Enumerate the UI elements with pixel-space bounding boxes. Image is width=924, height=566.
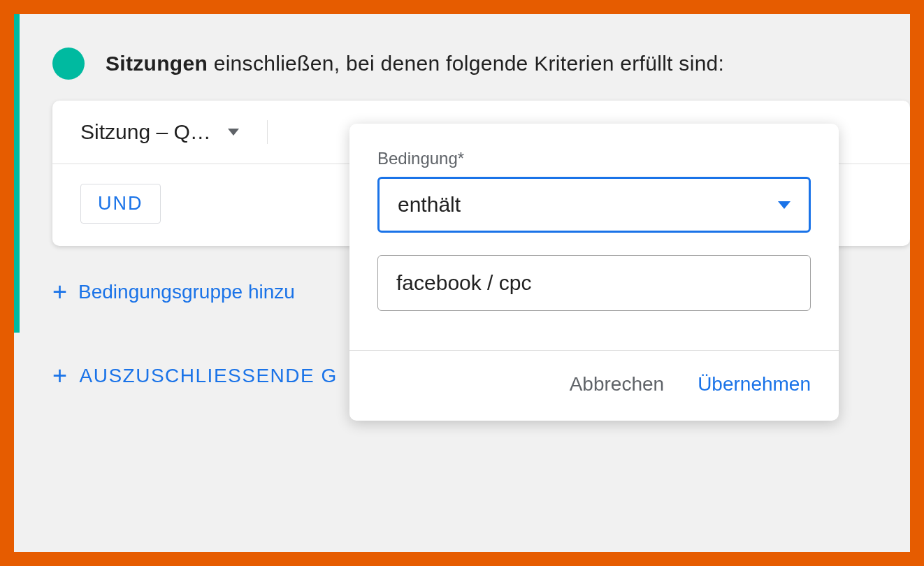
popover-footer: Abbrechen Übernehmen [349, 350, 839, 421]
and-button-label: UND [98, 193, 143, 214]
header-rest: einschließen, bei denen folgende Kriteri… [208, 52, 724, 75]
header-bold: Sitzungen [106, 52, 208, 75]
dimension-label: Sitzung – Q… [80, 120, 211, 144]
segment-header: Sitzungen einschließen, bei denen folgen… [14, 14, 910, 101]
add-condition-group-label: Bedingungsgruppe hinzu [78, 281, 295, 303]
scope-indicator-icon [52, 48, 85, 80]
plus-icon: + [52, 363, 68, 389]
condition-field-label: Bedingung* [377, 149, 811, 168]
condition-operator-value: enthält [398, 193, 461, 217]
condition-operator-dropdown[interactable]: enthält [377, 177, 811, 233]
cancel-button[interactable]: Abbrechen [570, 373, 664, 396]
condition-popover: Bedingung* enthält Abbrechen Übernehmen [349, 124, 839, 421]
apply-button-label: Übernehmen [698, 373, 811, 395]
apply-button[interactable]: Übernehmen [698, 373, 811, 396]
dimension-dropdown[interactable]: Sitzung – Q… [80, 120, 268, 144]
condition-value-input[interactable] [377, 255, 811, 311]
popover-body: Bedingung* enthält [349, 124, 839, 350]
chevron-down-icon [778, 201, 791, 209]
segment-builder-panel: Sitzungen einschließen, bei denen folgen… [14, 14, 910, 552]
segment-header-text: Sitzungen einschließen, bei denen folgen… [106, 52, 724, 75]
and-button[interactable]: UND [80, 184, 161, 224]
chevron-down-icon [228, 129, 239, 136]
plus-icon: + [52, 280, 67, 305]
cancel-button-label: Abbrechen [570, 373, 664, 395]
add-exclude-group-label: AUSZUSCHLIESSENDE G [80, 365, 338, 387]
